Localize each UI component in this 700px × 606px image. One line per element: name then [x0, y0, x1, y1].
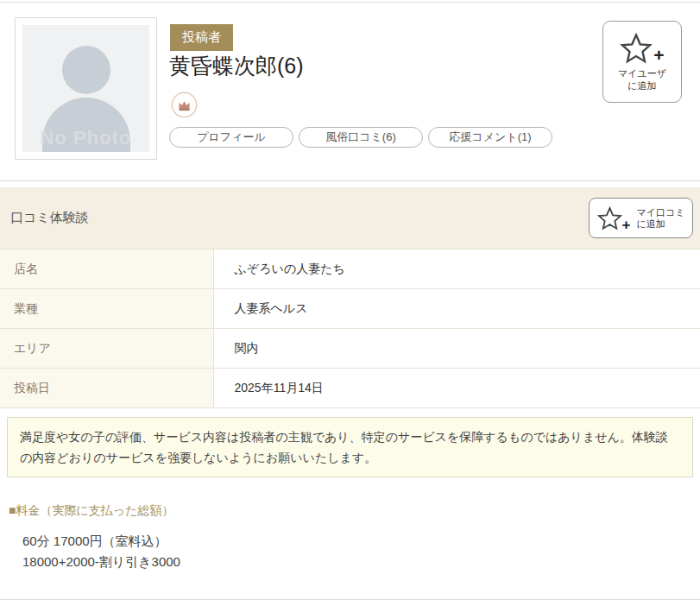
table-row-shop: 店名 ふぞろいの人妻たち [0, 249, 700, 289]
price-line-1: 60分 17000円（室料込） [22, 533, 167, 548]
avatar: No Photo [15, 17, 157, 160]
price-section-heading: ■料金（実際に支払った総額） [9, 503, 173, 519]
add-user-label-line2: に追加 [627, 80, 656, 91]
avatar-silhouette-head [62, 46, 110, 94]
row-label-area: エリア [0, 329, 213, 369]
price-details: 60分 17000円（室料込） 18000+2000-割り引き3000 [22, 531, 180, 572]
row-value-post-date: 2025年11月14日 [213, 369, 700, 408]
star-plus-icon: + [620, 33, 664, 64]
table-row-industry: 業種 人妻系ヘルス [0, 289, 700, 329]
row-label-post-date: 投稿日 [0, 369, 213, 408]
add-my-user-button[interactable]: + マイユーザ に追加 [602, 21, 682, 103]
review-info-table: 店名 ふぞろいの人妻たち 業種 人妻系ヘルス エリア 関内 投稿日 2025年1… [0, 249, 700, 408]
star-icon [597, 206, 622, 230]
row-value-area: 関内 [213, 329, 700, 369]
profile-button[interactable]: プロフィール [169, 127, 293, 148]
row-value-shop: ふぞろいの人妻たち [213, 249, 700, 289]
star-plus-icon: + [597, 206, 631, 230]
top-divider [0, 2, 700, 3]
review-section-title: 口コミ体験談 [10, 210, 89, 226]
table-row-area: エリア 関内 [0, 329, 700, 369]
disclaimer-notice: 満足度や女の子の評価、サービス内容は投稿者の主観であり、特定のサービスを保障する… [7, 417, 693, 477]
bottom-divider [0, 599, 700, 600]
star-icon [620, 33, 653, 64]
crown-badge [171, 92, 198, 118]
no-photo-label: No Photo [22, 127, 149, 149]
add-my-review-button[interactable]: + マイ口コミ に追加 [589, 198, 693, 238]
add-user-label-line1: マイユーザ [618, 68, 666, 79]
fuzoku-reviews-button[interactable]: 風俗口コミ(6) [299, 127, 423, 148]
poster-badge: 投稿者 [170, 24, 233, 51]
row-value-industry: 人妻系ヘルス [213, 289, 700, 329]
avatar-photo: No Photo [22, 25, 149, 152]
plus-icon: + [653, 47, 664, 64]
table-row-post-date: 投稿日 2025年11月14日 [0, 369, 700, 408]
add-review-label: マイ口コミ に追加 [636, 207, 684, 230]
page: No Photo 投稿者 黄昏蝶次郎(6) プロフィール 風俗口コミ(6) 応援… [0, 0, 700, 606]
row-label-industry: 業種 [0, 289, 213, 329]
section-divider [0, 180, 700, 181]
row-label-shop: 店名 [0, 249, 213, 289]
profile-button-row: プロフィール 風俗口コミ(6) 応援コメント(1) [169, 127, 552, 148]
add-user-label: マイユーザ に追加 [618, 67, 666, 92]
add-review-label-line2: に追加 [636, 218, 665, 229]
poster-name: 黄昏蝶次郎(6) [169, 52, 304, 80]
add-review-label-line1: マイ口コミ [636, 207, 684, 218]
plus-icon: + [622, 219, 631, 230]
crown-icon [171, 92, 198, 118]
review-section-header: 口コミ体験談 + マイ口コミ に追加 [0, 187, 700, 249]
price-line-2: 18000+2000-割り引き3000 [22, 554, 180, 569]
support-comments-button[interactable]: 応援コメント(1) [428, 127, 552, 148]
